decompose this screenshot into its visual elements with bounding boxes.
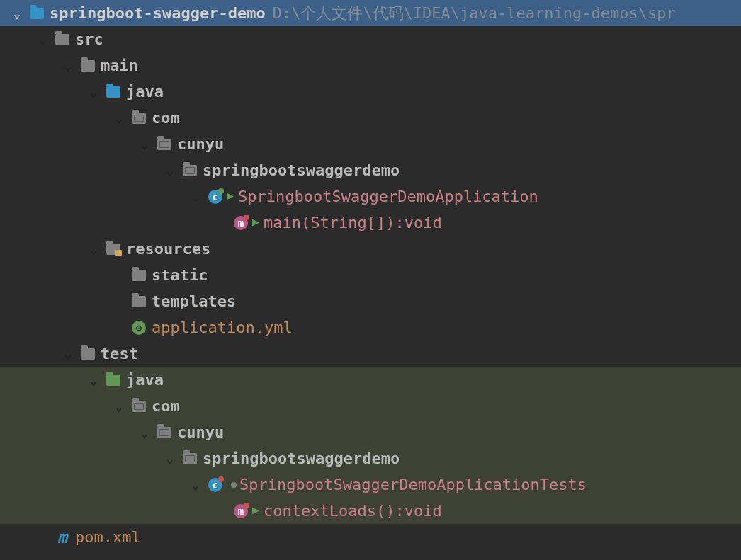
method-icon: m: [231, 216, 251, 230]
chevron-down-icon[interactable]: ⌄: [84, 374, 103, 387]
chevron-down-icon[interactable]: ⌄: [33, 33, 52, 46]
tree-row[interactable]: ⌄ java: [0, 79, 741, 105]
folder-icon: [129, 296, 149, 307]
method-label: main(String[]):void: [261, 214, 442, 232]
class-icon: c: [205, 190, 225, 204]
folder-label: static: [149, 266, 208, 284]
folder-icon: [52, 34, 72, 45]
tree-row[interactable]: ⌄ application.yml: [0, 314, 741, 341]
chevron-down-icon[interactable]: ⌄: [84, 243, 103, 256]
tree-row[interactable]: ⌄ main: [0, 52, 741, 79]
folder-icon: [78, 348, 98, 360]
indent: [0, 301, 109, 302]
indent: [0, 379, 84, 380]
chevron-down-icon[interactable]: ⌄: [84, 86, 103, 98]
resources-folder-icon: [103, 244, 123, 255]
maven-icon: m: [52, 527, 72, 547]
package-label: springbootswaggerdemo: [200, 161, 400, 179]
indent: [0, 39, 33, 40]
package-icon: [180, 165, 200, 176]
file-label: application.yml: [149, 319, 293, 336]
tree-row[interactable]: ⌄ templates: [0, 288, 741, 314]
tree-row[interactable]: ⌄ m contextLoads():void: [0, 498, 741, 524]
folder-icon: [78, 60, 98, 72]
indent: [0, 65, 58, 66]
tree-row[interactable]: ⌄ java: [0, 367, 741, 393]
chevron-down-icon[interactable]: ⌄: [109, 400, 129, 413]
indent: [0, 510, 211, 511]
tree-row[interactable]: ⌄ springbootswaggerdemo: [0, 445, 741, 472]
run-icon: [252, 219, 259, 227]
package-icon: [180, 453, 200, 464]
indent: [0, 537, 33, 537]
indent: [0, 484, 186, 485]
indent: [0, 458, 160, 459]
indent: [0, 275, 109, 275]
dot-icon: [231, 482, 237, 488]
package-icon: [154, 427, 174, 438]
tree-row-root[interactable]: ⌄ springboot-swagger-demo D:\个人文件\代码\IDE…: [0, 0, 741, 26]
indent: [0, 170, 160, 171]
folder-label: java: [123, 371, 164, 389]
method-icon: m: [231, 504, 251, 518]
method-label: contextLoads():void: [261, 502, 442, 520]
tree-row[interactable]: ⌄ c SpringbootSwaggerDemoApplication: [0, 183, 741, 210]
package-label: com: [149, 109, 180, 127]
package-label: springbootswaggerdemo: [200, 450, 400, 467]
package-label: cunyu: [174, 423, 224, 441]
source-folder-icon: [103, 86, 123, 98]
project-tree[interactable]: ⌄ springboot-swagger-demo D:\个人文件\代码\IDE…: [0, 0, 741, 550]
chevron-down-icon[interactable]: ⌄: [135, 426, 154, 439]
project-name: springboot-swagger-demo: [47, 4, 266, 22]
indent: [0, 248, 84, 249]
folder-label: templates: [149, 292, 236, 310]
chevron-down-icon[interactable]: ⌄: [135, 138, 154, 151]
run-icon: [227, 193, 234, 200]
tree-row[interactable]: ⌄ com: [0, 393, 741, 419]
run-icon: [252, 508, 259, 515]
chevron-down-icon[interactable]: ⌄: [160, 164, 180, 177]
chevron-down-icon[interactable]: ⌄: [109, 112, 129, 125]
chevron-down-icon[interactable]: ⌄: [58, 348, 78, 360]
yml-icon: [129, 321, 149, 335]
chevron-down-icon[interactable]: ⌄: [186, 190, 205, 203]
class-label: SpringbootSwaggerDemoApplicationTests: [237, 476, 587, 493]
indent: [0, 196, 186, 197]
chevron-down-icon[interactable]: ⌄: [160, 452, 180, 465]
indent: [0, 144, 135, 144]
indent: [0, 353, 58, 354]
tree-row[interactable]: ⌄ m main(String[]):void: [0, 210, 741, 236]
project-path: D:\个人文件\代码\IDEA\java-learning-demos\spr: [266, 3, 676, 24]
tree-row[interactable]: ⌄ resources: [0, 236, 741, 262]
tree-row[interactable]: ⌄ test: [0, 341, 741, 367]
tree-row[interactable]: ⌄ src: [0, 26, 741, 52]
chevron-down-icon[interactable]: ⌄: [58, 59, 78, 72]
folder-label: resources: [123, 240, 210, 258]
test-folder-icon: [103, 375, 123, 386]
indent: [0, 222, 211, 223]
package-icon: [129, 113, 149, 124]
folder-icon: [129, 270, 149, 281]
indent: [0, 91, 84, 92]
test-class-icon: c: [205, 478, 225, 492]
tree-row[interactable]: ⌄ m pom.xml: [0, 524, 741, 550]
tree-row[interactable]: ⌄ static: [0, 262, 741, 288]
chevron-down-icon[interactable]: ⌄: [7, 7, 27, 20]
folder-label: test: [98, 345, 138, 362]
chevron-down-icon[interactable]: ⌄: [186, 479, 205, 491]
indent: [0, 13, 7, 13]
folder-label: main: [98, 57, 138, 74]
package-icon: [154, 139, 174, 150]
tree-row[interactable]: ⌄ com: [0, 105, 741, 131]
folder-icon: [27, 8, 47, 19]
folder-label: java: [123, 83, 164, 101]
folder-label: src: [72, 30, 103, 48]
package-label: cunyu: [174, 135, 224, 153]
tree-row[interactable]: ⌄ c SpringbootSwaggerDemoApplicationTest…: [0, 472, 741, 498]
package-label: com: [149, 397, 180, 415]
file-label: pom.xml: [72, 528, 141, 546]
indent: [0, 327, 109, 328]
tree-row[interactable]: ⌄ cunyu: [0, 419, 741, 445]
tree-row[interactable]: ⌄ cunyu: [0, 131, 741, 157]
tree-row[interactable]: ⌄ springbootswaggerdemo: [0, 157, 741, 183]
